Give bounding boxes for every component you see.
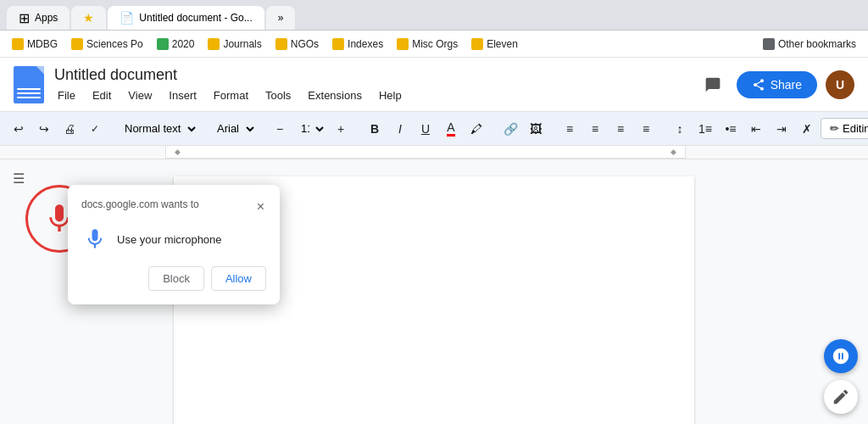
popup-close-btn[interactable]: × xyxy=(255,198,266,215)
bookmark-journals-label: Journals xyxy=(223,38,261,50)
increase-indent-btn[interactable]: ⇥ xyxy=(770,116,793,142)
menu-help[interactable]: Help xyxy=(376,87,405,103)
ruler-marker-right: ◆ xyxy=(670,148,676,156)
bookmark-2020-label: 2020 xyxy=(172,38,195,50)
bookmark-eleven[interactable]: Eleven xyxy=(466,36,523,53)
text-color-icon: A xyxy=(447,120,454,137)
folder-icon xyxy=(397,38,409,50)
line-spacing-btn[interactable]: ↕ xyxy=(668,116,692,142)
underline-btn[interactable]: U xyxy=(414,116,437,142)
folder-icon xyxy=(71,38,83,50)
popup-content: Use your microphone xyxy=(81,226,266,253)
ruler-inner: ◆ ◆ xyxy=(165,146,686,159)
link-icon: 🔗 xyxy=(504,122,518,136)
undo-btn[interactable]: ↩ xyxy=(7,116,31,142)
bookmark-indexes[interactable]: Indexes xyxy=(327,36,388,53)
align-left-btn[interactable]: ≡ xyxy=(558,116,581,142)
tab-docs-label: Untitled document - Go... xyxy=(139,12,252,24)
popup-domain-title: docs.google.com wants to xyxy=(81,198,199,214)
bullet-list-btn[interactable]: •≡ xyxy=(719,116,743,142)
tab-star[interactable]: ★ xyxy=(71,6,106,30)
tab-docs[interactable]: 📄 Untitled document - Go... xyxy=(108,6,264,30)
folder-icon xyxy=(12,38,24,50)
menu-file[interactable]: File xyxy=(54,87,79,103)
popup-mic-label: Use your microphone xyxy=(117,233,222,246)
permission-popup: docs.google.com wants to × Use your micr… xyxy=(68,185,280,304)
block-button[interactable]: Block xyxy=(148,266,204,291)
redo-btn[interactable]: ↪ xyxy=(32,116,56,142)
font-size-decrease-btn[interactable]: − xyxy=(268,116,292,142)
bookmark-misc-orgs[interactable]: Misc Orgs xyxy=(392,36,463,53)
menu-insert[interactable]: Insert xyxy=(165,87,200,103)
folder-icon xyxy=(471,38,483,50)
comment-icon-btn[interactable] xyxy=(698,70,728,100)
bookmark-ngos[interactable]: NGOs xyxy=(270,36,324,53)
other-bookmarks-label: Other bookmarks xyxy=(778,38,856,50)
spellcheck-btn[interactable]: ✓ xyxy=(83,116,107,142)
app-header: Untitled document File Edit View Insert … xyxy=(0,58,868,112)
tab-area: ⊞ Apps ★ 📄 Untitled document - Go... » xyxy=(7,0,861,30)
numbered-list-btn[interactable]: 1≡ xyxy=(693,116,717,142)
menu-extensions[interactable]: Extensions xyxy=(304,87,365,103)
bookmark-sciences-po[interactable]: Sciences Po xyxy=(66,36,148,53)
other-bookmarks[interactable]: Other bookmarks xyxy=(758,36,861,53)
toolbar: ↩ ↪ 🖨 ✓ Normal text Arial − 11 + B I U A… xyxy=(0,112,868,146)
editing-mode-label: Editing xyxy=(843,122,868,135)
doc-title[interactable]: Untitled document xyxy=(54,66,687,84)
user-avatar[interactable]: U xyxy=(826,70,854,99)
bookmarks-bar: MDBG Sciences Po 2020 Journals NGOs Inde… xyxy=(0,31,868,58)
apps-tab-icon: ⊞ xyxy=(19,10,30,26)
menu-view[interactable]: View xyxy=(125,87,155,103)
editing-mode-btn[interactable]: ✏ Editing ▾ xyxy=(821,118,868,139)
image-btn[interactable]: 🖼 xyxy=(524,116,548,142)
align-justify-btn[interactable]: ≡ xyxy=(634,116,658,142)
bullet-list-icon: •≡ xyxy=(725,122,736,136)
folder-icon xyxy=(763,38,775,50)
align-center-btn[interactable]: ≡ xyxy=(583,116,607,142)
bookmark-2020[interactable]: 2020 xyxy=(152,36,200,53)
font-size-increase-btn[interactable]: + xyxy=(329,116,353,142)
share-button[interactable]: Share xyxy=(737,71,817,98)
bold-btn[interactable]: B xyxy=(363,116,387,142)
align-right-btn[interactable]: ≡ xyxy=(609,116,632,142)
header-right: Share U xyxy=(698,70,854,100)
undo-icon: ↩ xyxy=(14,122,24,136)
doc-area: ☰ docs.google.com wants to × Use your mi… xyxy=(0,159,868,424)
allow-button[interactable]: Allow xyxy=(211,266,266,291)
menu-edit[interactable]: Edit xyxy=(89,87,114,103)
bookmark-mdbg[interactable]: MDBG xyxy=(7,36,63,53)
decrease-indent-btn[interactable]: ⇤ xyxy=(744,116,768,142)
folder-icon xyxy=(275,38,287,50)
ruler: ◆ ◆ xyxy=(0,146,868,159)
highlight-btn[interactable]: 🖍 xyxy=(465,116,488,142)
font-size-select[interactable]: 11 xyxy=(293,117,327,141)
doc-icon xyxy=(14,66,44,103)
spellcheck-icon: ✓ xyxy=(91,123,99,135)
edit-history-btn[interactable] xyxy=(824,380,858,414)
numbered-list-icon: 1≡ xyxy=(698,122,712,136)
bottom-right-buttons xyxy=(824,339,858,414)
link-btn[interactable]: 🔗 xyxy=(498,116,522,142)
bookmark-journals[interactable]: Journals xyxy=(203,36,266,53)
clear-format-btn[interactable]: ✗ xyxy=(795,116,819,142)
ruler-marker-left: ◆ xyxy=(175,148,181,156)
highlight-icon: 🖍 xyxy=(470,122,482,136)
italic-icon: I xyxy=(398,122,402,136)
font-select[interactable]: Arial xyxy=(209,117,258,141)
assistant-btn[interactable] xyxy=(824,339,858,373)
folder-icon xyxy=(157,38,169,50)
styles-select[interactable]: Normal text xyxy=(117,117,199,141)
menu-tools[interactable]: Tools xyxy=(262,87,294,103)
print-btn[interactable]: 🖨 xyxy=(58,116,81,142)
more-tabs-btn[interactable]: » xyxy=(266,6,296,30)
bookmark-mdbg-label: MDBG xyxy=(27,38,58,50)
image-icon: 🖼 xyxy=(530,122,542,136)
italic-btn[interactable]: I xyxy=(388,116,412,142)
tab-apps[interactable]: ⊞ Apps xyxy=(7,6,70,30)
doc-menu: File Edit View Insert Format Tools Exten… xyxy=(54,87,687,103)
bookmark-eleven-label: Eleven xyxy=(487,38,518,50)
text-color-btn[interactable]: A xyxy=(439,116,463,142)
browser-tabs-bar: ⊞ Apps ★ 📄 Untitled document - Go... » xyxy=(0,0,868,31)
menu-format[interactable]: Format xyxy=(210,87,252,103)
popup-actions: Block Allow xyxy=(81,266,266,291)
